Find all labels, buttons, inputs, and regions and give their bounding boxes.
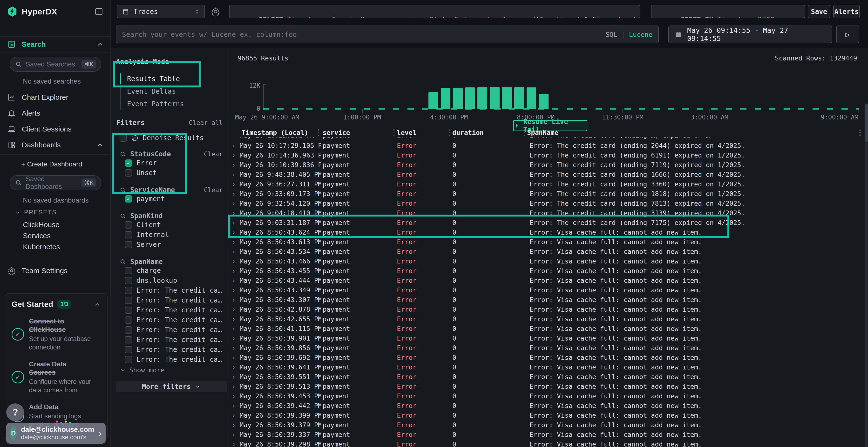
column-header-level[interactable]: level <box>395 129 451 136</box>
column-resize-handle[interactable] <box>318 129 319 136</box>
filter-clear-button[interactable]: Clear <box>204 150 223 158</box>
expand-chevron-icon[interactable] <box>229 402 240 410</box>
expand-chevron-icon[interactable] <box>229 276 240 284</box>
chevron-up-icon[interactable] <box>96 141 104 148</box>
results-histogram[interactable]: 12K 0 May 26 9:00:00 AM1:00:00 PM4:30:00… <box>229 63 868 125</box>
sidebar-item-alerts[interactable]: Alerts <box>0 105 111 121</box>
column-resize-handle[interactable] <box>524 129 525 136</box>
source-settings-gear-icon[interactable] <box>210 6 221 17</box>
table-row[interactable]: May 26 8:50:43.455 PM payment Error 0 Er… <box>229 266 865 276</box>
sidebar-item-search[interactable]: Search <box>0 37 111 52</box>
get-started-header[interactable]: Get Started 3/3 <box>11 300 101 309</box>
checkbox[interactable] <box>125 195 132 203</box>
checkbox[interactable] <box>125 169 132 176</box>
filter-clear-button[interactable]: Clear <box>204 186 223 194</box>
table-row[interactable]: May 26 9:32:54.120 PM payment Error 0 Er… <box>229 199 865 208</box>
expand-chevron-icon[interactable] <box>229 296 240 304</box>
source-select[interactable]: Traces <box>117 5 205 18</box>
collapse-sidebar-icon[interactable] <box>94 7 104 16</box>
saved-searches-input[interactable]: Saved Searches ⌘K <box>10 57 101 72</box>
search-icon[interactable] <box>120 259 126 265</box>
table-row[interactable]: May 26 9:33:09.173 PM payment Error 0 Er… <box>229 189 865 199</box>
expand-chevron-icon[interactable] <box>229 190 240 198</box>
checkbox[interactable] <box>125 316 132 324</box>
expand-chevron-icon[interactable] <box>229 305 240 313</box>
user-menu[interactable]: D dale@clickhouse.com dale@clickhouse.co… <box>6 423 105 444</box>
expand-chevron-icon[interactable] <box>229 180 240 188</box>
expand-chevron-icon[interactable] <box>229 363 240 371</box>
sidebar-item-chart-explorer[interactable]: Chart Explorer <box>0 90 111 105</box>
table-row[interactable]: May 26 8:50:39.298 PM payment Error 0 Er… <box>229 439 865 447</box>
more-filters-button[interactable]: More filters <box>116 381 227 392</box>
chevron-up-icon[interactable] <box>96 41 104 48</box>
checkbox[interactable] <box>125 307 132 314</box>
filter-option[interactable]: Error: The credit card … <box>125 354 223 365</box>
histogram-bar[interactable] <box>441 88 451 109</box>
expand-chevron-icon[interactable] <box>229 324 240 333</box>
sidebar-item-team-settings[interactable]: Team Settings <box>0 263 111 278</box>
sql-select-editor[interactable]: SELECT Timestamp, ServiceName as service… <box>229 5 641 18</box>
checkbox[interactable] <box>120 134 127 142</box>
histogram-bar[interactable] <box>502 87 512 109</box>
table-row[interactable]: May 26 8:50:43.613 PM payment Error 0 Er… <box>229 237 865 247</box>
table-row[interactable]: May 26 8:50:39.337 PM payment Error 0 Er… <box>229 429 865 439</box>
presets-toggle[interactable]: PRESETS <box>14 209 57 216</box>
filter-option[interactable]: payment <box>125 194 223 204</box>
create-dashboard-button[interactable]: + Create Dashboard <box>21 161 82 168</box>
expand-chevron-icon[interactable] <box>229 151 240 159</box>
table-row[interactable]: May 26 8:50:43.349 PM payment Error 0 Er… <box>229 285 865 295</box>
table-row[interactable]: May 26 8:50:43.466 PM payment Error 0 Er… <box>229 256 865 266</box>
checkbox[interactable] <box>125 160 132 167</box>
expand-chevron-icon[interactable] <box>229 353 240 362</box>
run-query-button[interactable] <box>836 26 859 43</box>
checkbox[interactable] <box>125 336 132 343</box>
sidebar-item-dashboards[interactable]: Dashboards <box>0 137 111 153</box>
histogram-bar[interactable] <box>539 94 549 109</box>
language-toggle-lucene[interactable]: Lucene <box>629 31 652 38</box>
preset-link[interactable]: Services <box>23 232 51 240</box>
expand-chevron-icon[interactable] <box>229 257 240 265</box>
histogram-bar[interactable] <box>429 92 438 109</box>
filter-option[interactable]: charge <box>125 266 223 276</box>
checkbox[interactable] <box>125 231 132 238</box>
histogram-bar[interactable] <box>490 87 500 109</box>
search-icon[interactable] <box>120 151 126 158</box>
histogram-bar[interactable] <box>514 87 524 109</box>
chart-plot[interactable] <box>263 86 858 109</box>
get-started-step[interactable]: Create Data Sources Configure where your… <box>11 360 101 394</box>
analysis-mode-option[interactable]: Event Patterns <box>121 98 223 110</box>
expand-chevron-icon[interactable] <box>229 334 240 342</box>
preset-link[interactable]: ClickHouse <box>23 220 60 229</box>
expand-chevron-icon[interactable] <box>229 137 240 139</box>
table-row[interactable]: May 26 8:50:39.379 PM payment Error 0 Er… <box>229 420 865 429</box>
filter-option[interactable]: Error: The credit card … <box>125 305 223 315</box>
filter-option[interactable]: Error: The credit card … <box>125 285 223 295</box>
table-row[interactable]: May 26 8:50:41.115 PM payment Error 0 Er… <box>229 324 865 333</box>
table-row[interactable]: May 26 8:50:39.641 PM payment Error 0 Er… <box>229 362 865 372</box>
table-row[interactable]: May 26 10:10:39.836 PM payment Error 0 E… <box>229 160 865 170</box>
column-header-timestamp[interactable]: Timestamp (Local) <box>240 129 321 136</box>
order-by-editor[interactable]: ORDER BY Timestamp DESC <box>651 5 805 18</box>
filter-option[interactable]: Error: The credit card … <box>125 315 223 325</box>
table-row[interactable]: May 26 8:50:39.692 PM payment Error 0 Er… <box>229 353 865 362</box>
table-row[interactable]: May 26 9:36:27.311 PM payment Error 0 Er… <box>229 179 865 189</box>
filter-option[interactable]: Server <box>125 240 223 249</box>
table-row[interactable]: May 26 8:50:43.307 PM payment Error 0 Er… <box>229 295 865 304</box>
expand-chevron-icon[interactable] <box>229 344 240 352</box>
table-row[interactable]: May 26 8:50:39.513 PM payment Error 0 Er… <box>229 381 865 391</box>
save-button[interactable]: Save <box>808 5 830 18</box>
table-row[interactable]: May 26 8:50:39.442 PM payment Error 0 Er… <box>229 401 865 410</box>
column-resize-handle[interactable] <box>394 129 395 136</box>
filter-option[interactable]: dns.lookup <box>125 276 223 285</box>
filter-option[interactable]: Error <box>125 158 223 168</box>
expand-chevron-icon[interactable] <box>229 218 240 227</box>
expand-chevron-icon[interactable] <box>229 209 240 217</box>
column-resize-handle[interactable] <box>449 129 450 136</box>
analysis-mode-option[interactable]: Results Table <box>121 72 223 85</box>
table-row[interactable]: May 26 10:2…:….… PM payment Error 0 Erro… <box>229 137 865 141</box>
table-options-kebab-icon[interactable] <box>857 128 864 137</box>
table-row[interactable]: May 26 8:50:39.453 PM payment Error 0 Er… <box>229 391 865 401</box>
table-scrollbar[interactable] <box>865 104 868 447</box>
checkbox[interactable] <box>125 267 132 274</box>
scrollbar-thumb[interactable] <box>865 104 868 142</box>
